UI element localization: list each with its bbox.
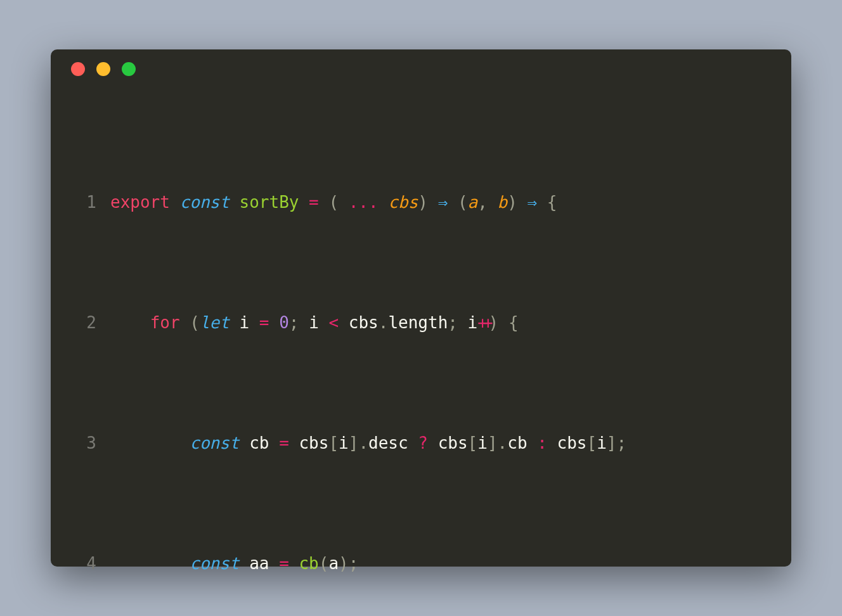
op-colon: : <box>537 433 547 452</box>
dot: . <box>358 433 368 452</box>
dot: . <box>498 433 508 452</box>
paren-close: ) <box>507 193 517 212</box>
line-number: 1 <box>71 190 96 214</box>
dot: . <box>379 313 389 332</box>
paren-open: ( <box>328 193 339 212</box>
semi: ; <box>616 433 626 452</box>
param-cbs: cbs <box>388 193 418 212</box>
paren-open: ( <box>190 313 200 332</box>
code-line: 2 for (let i = 0; i < cbs.length; i++) { <box>71 311 791 335</box>
line-number: 3 <box>71 431 96 455</box>
window-traffic-lights <box>51 62 791 94</box>
line-number: 2 <box>71 311 96 335</box>
arrow-icon: ⇒ <box>528 193 538 212</box>
arrow-icon: ⇒ <box>438 193 448 212</box>
num-zero: 0 <box>279 313 289 332</box>
id-a: a <box>328 554 339 573</box>
paren-close: ) <box>339 554 349 573</box>
id-cb: cb <box>249 433 269 452</box>
kw-const: const <box>190 433 239 452</box>
spread-op: ... <box>349 193 379 212</box>
bracket-close: ] <box>488 433 498 452</box>
close-icon[interactable] <box>71 62 85 76</box>
op-eq: = <box>259 313 269 332</box>
bracket-open: [ <box>586 433 597 452</box>
semi: ; <box>349 554 359 573</box>
kw-const: const <box>190 554 239 573</box>
line-number: 4 <box>71 551 96 575</box>
id-i: i <box>339 433 349 452</box>
id-aa: aa <box>249 554 269 573</box>
id-cbs: cbs <box>438 433 468 452</box>
code-line: 3 const cb = cbs[i].desc ? cbs[i].cb : c… <box>71 431 791 455</box>
op-ternary-q: ? <box>418 433 428 452</box>
id-i: i <box>597 433 607 452</box>
id-cbs: cbs <box>349 313 379 332</box>
fn-sortby: sortBy <box>240 193 299 212</box>
op-eq: = <box>309 193 319 212</box>
paren-open: ( <box>319 554 329 573</box>
brace-open: { <box>508 313 519 332</box>
op-increment: ++ <box>477 313 488 332</box>
code-block: 1export const sortBy = ( ... cbs) ⇒ (a, … <box>51 94 791 616</box>
id-i: i <box>468 313 478 332</box>
comma: , <box>477 193 488 212</box>
fn-cb: cb <box>299 554 318 573</box>
kw-const: const <box>180 193 230 212</box>
bracket-open: [ <box>328 433 339 452</box>
id-cbs: cbs <box>557 433 587 452</box>
paren-open: ( <box>458 193 468 212</box>
maximize-icon[interactable] <box>122 62 136 76</box>
minimize-icon[interactable] <box>96 62 110 76</box>
bracket-close: ] <box>607 433 617 452</box>
code-window: 1export const sortBy = ( ... cbs) ⇒ (a, … <box>51 49 791 567</box>
param-a: a <box>468 193 478 212</box>
brace-open: { <box>547 193 557 212</box>
id-cb: cb <box>507 433 527 452</box>
code-line: 4 const aa = cb(a); <box>71 551 791 575</box>
code-line: 1export const sortBy = ( ... cbs) ⇒ (a, … <box>71 190 791 214</box>
op-eq: = <box>279 433 289 452</box>
id-i: i <box>240 313 250 332</box>
bracket-close: ] <box>349 433 359 452</box>
param-b: b <box>498 193 508 212</box>
kw-let: let <box>200 313 230 332</box>
id-desc: desc <box>368 433 408 452</box>
bracket-open: [ <box>468 433 478 452</box>
op-eq: = <box>279 554 289 573</box>
semi: ; <box>448 313 458 332</box>
id-i: i <box>309 313 319 332</box>
op-lt: < <box>328 313 339 332</box>
kw-export: export <box>110 193 170 212</box>
id-length: length <box>388 313 448 332</box>
kw-for: for <box>150 313 180 332</box>
id-i: i <box>477 433 488 452</box>
semi: ; <box>289 313 299 332</box>
paren-close: ) <box>489 313 499 332</box>
paren-close: ) <box>418 193 428 212</box>
id-cbs: cbs <box>299 433 328 452</box>
